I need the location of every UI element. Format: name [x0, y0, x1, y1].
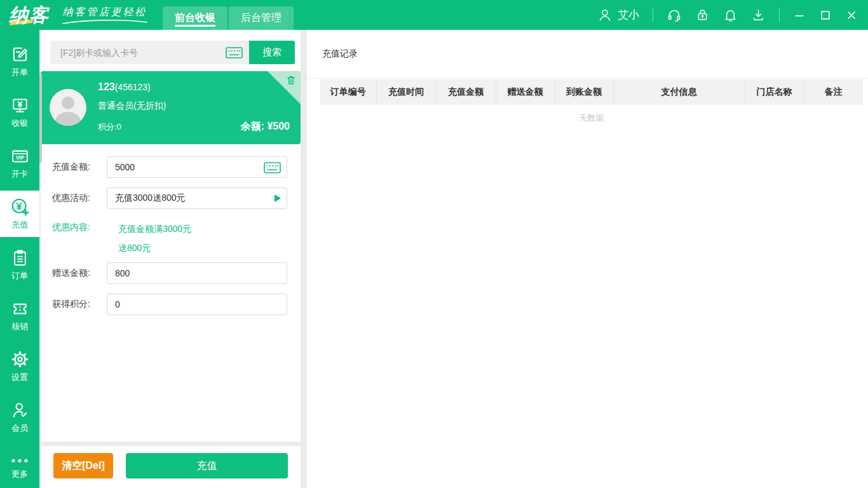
member-balance: 余额: ¥500 [241, 120, 290, 133]
trash-icon[interactable] [285, 74, 297, 86]
sidebar-item-label: 会员 [11, 423, 28, 434]
points-gain-label: 获得积分: [52, 299, 107, 310]
billing-icon [11, 45, 29, 64]
column-arrival-amount[interactable]: 到账金额 [555, 79, 613, 105]
headset-icon[interactable] [667, 8, 682, 23]
sidebar: 开单 收银 VIP 开卡 充值 [0, 30, 39, 488]
records-table: 订单编号 充值时间 充值金额 赠送金额 到账金额 支付信息 门店名称 备注 [320, 79, 863, 105]
slogan-underline [61, 19, 149, 25]
member-info: 123(456123) 普通会员(无折扣) 积分:0 余额: ¥500 [98, 80, 290, 135]
records-table-header-row: 订单编号 充值时间 充值金额 赠送金额 到账金额 支付信息 门店名称 备注 [320, 79, 863, 105]
recharge-button[interactable]: 充值 [126, 453, 288, 478]
chevron-right-icon [275, 194, 281, 202]
recharge-amount-row: 充值金额: [52, 156, 287, 178]
lock-icon[interactable] [695, 8, 710, 22]
main-tabs: 前台收银 后台管理 [163, 6, 294, 30]
records-header: 充值记录 [307, 30, 868, 79]
member-bottom-row: 积分:0 余额: ¥500 [98, 120, 290, 133]
recharge-icon [10, 197, 29, 216]
promo-content-text: 充值金额满3000元 送800元 [118, 219, 287, 257]
topbar-actions: 艾小 [597, 8, 858, 23]
download-icon[interactable] [751, 8, 766, 22]
verify-icon [11, 299, 29, 318]
user-menu[interactable]: 艾小 [597, 8, 639, 23]
sidebar-item-label: 设置 [11, 372, 28, 383]
close-icon[interactable] [845, 9, 858, 22]
app-logo-text: 纳客 [9, 4, 50, 25]
slogan: 纳客管店更轻松 [61, 6, 149, 25]
promo-activity-select[interactable] [107, 187, 287, 209]
column-recharge-time[interactable]: 充值时间 [376, 79, 436, 105]
settings-icon [11, 350, 29, 369]
sidebar-item-vip-card[interactable]: VIP 开卡 [0, 140, 39, 186]
sidebar-item-label: 核销 [11, 321, 28, 332]
panel-scrollbar-thumb[interactable] [39, 73, 42, 163]
member-points: 积分:0 [98, 121, 121, 133]
sidebar-item-label: 开卡 [11, 168, 28, 180]
clear-button[interactable]: 清空[Del] [53, 453, 113, 478]
column-store-name[interactable]: 门店名称 [745, 79, 804, 105]
promo-content-label: 优惠内容: [52, 222, 107, 233]
points-gain-row: 获得积分: [52, 294, 287, 315]
sidebar-item-more[interactable]: 更多 [0, 450, 39, 485]
member-name: 123 [98, 81, 115, 92]
vip-card-icon: VIP [11, 147, 29, 165]
gift-amount-wrap [107, 262, 287, 284]
slogan-text: 纳客管店更轻松 [63, 6, 147, 19]
gift-amount-input[interactable] [107, 262, 287, 284]
column-order-no[interactable]: 订单编号 [320, 79, 376, 105]
card-search-box [50, 41, 249, 64]
promo-content-row: 优惠内容: 充值金额满3000元 送800元 [52, 219, 287, 257]
keyboard-icon[interactable] [226, 47, 243, 58]
sidebar-item-label: 开单 [11, 67, 28, 78]
member-card: 123(456123) 普通会员(无折扣) 积分:0 余额: ¥500 [41, 71, 301, 144]
sidebar-item-label: 收银 [11, 118, 28, 129]
sidebar-item-settings[interactable]: 设置 [0, 343, 39, 390]
records-title: 充值记录 [322, 48, 358, 60]
sidebar-item-verify[interactable]: 核销 [0, 292, 39, 339]
recharge-amount-input[interactable] [107, 156, 287, 178]
sidebar-item-orders[interactable]: 订单 [0, 241, 39, 288]
column-payment-info[interactable]: 支付信息 [613, 79, 745, 105]
keyboard-icon[interactable] [264, 162, 281, 173]
sidebar-item-recharge[interactable]: 充值 [0, 191, 39, 237]
member-recharge-body: 搜索 123(456123) 普通会员(无折扣) [41, 30, 301, 442]
promo-activity-value[interactable] [107, 187, 287, 209]
member-name-row: 123(456123) [98, 81, 290, 93]
sidebar-item-cashier[interactable]: 收银 [0, 89, 39, 135]
app-logo: 纳客 [9, 0, 50, 30]
minimize-icon[interactable] [793, 9, 806, 22]
search-button[interactable]: 搜索 [249, 41, 295, 64]
avatar-body [55, 112, 81, 126]
column-recharge-amount[interactable]: 充值金额 [436, 79, 496, 105]
column-gift-amount[interactable]: 赠送金额 [496, 79, 555, 105]
divider [653, 9, 653, 22]
user-icon [597, 8, 613, 23]
points-gain-input[interactable] [107, 294, 287, 315]
recharge-records-panel: 充值记录 订单编号 充值时间 充值金额 赠送金额 到账金额 支付信息 门店名称 … [307, 30, 868, 488]
recharge-form: 充值金额: [41, 156, 301, 315]
avatar-head [62, 97, 74, 109]
recharge-amount-wrap [107, 156, 287, 178]
sidebar-item-billing[interactable]: 开单 [0, 38, 39, 85]
sidebar-item-members[interactable]: 会员 [0, 394, 39, 440]
recharge-amount-label: 充值金额: [52, 161, 107, 173]
tab-front-cashier[interactable]: 前台收银 [163, 6, 227, 30]
member-recharge-panel: 搜索 123(456123) 普通会员(无折扣) [41, 30, 301, 488]
sidebar-item-label: 充值 [11, 219, 28, 231]
card-search-input[interactable] [50, 41, 249, 64]
empty-data-text: 无数据 [320, 112, 863, 124]
more-icon [10, 456, 29, 465]
topbar: 纳客 纳客管店更轻松 前台收银 后台管理 艾小 [0, 0, 868, 30]
tab-label: 前台收银 [175, 11, 215, 25]
cashier-icon [11, 96, 29, 114]
tab-back-management[interactable]: 后台管理 [229, 6, 294, 30]
bell-icon[interactable] [723, 8, 738, 22]
orders-icon [11, 248, 29, 267]
promo-activity-row: 优惠活动: [52, 187, 287, 209]
promo-content-line2: 送800元 [118, 238, 287, 257]
column-remark[interactable]: 备注 [804, 79, 863, 105]
maximize-icon[interactable] [819, 9, 832, 22]
divider [779, 9, 780, 22]
svg-text:VIP: VIP [15, 154, 24, 161]
